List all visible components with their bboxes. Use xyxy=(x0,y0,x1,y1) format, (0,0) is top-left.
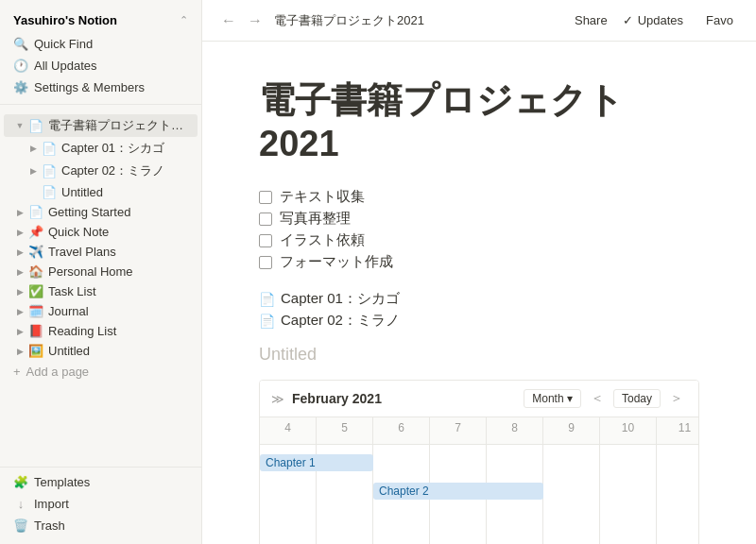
toggle-icon: ▶ xyxy=(26,142,40,155)
page-label: Getting Started xyxy=(48,205,188,219)
doc-icon: 📄 xyxy=(259,314,275,329)
page-icon: 📄 xyxy=(42,142,57,156)
sidebar-item-travel-plans[interactable]: ▶ ✈️ Travel Plans xyxy=(4,242,198,262)
cal-event-0[interactable]: Chapter 1 xyxy=(260,454,373,471)
page-icon: 📄 xyxy=(42,164,57,178)
cal-events-row: Chapter 1Chapter 2Chapter 3 xyxy=(260,445,698,544)
sidebar-section: ▼ 📄 電子書籍プロジェクト2... ▶ 📄 Capter 01：シカゴ ▶ 📄… xyxy=(0,114,201,361)
cal-header: ≫ February 2021 Month ▾ ＜ Today ＞ xyxy=(260,381,698,417)
page-icon: 📕 xyxy=(28,324,43,338)
cal-date-11: 11 xyxy=(657,417,698,444)
cal-today-button[interactable]: Today xyxy=(613,389,661,408)
sidebar-all-updates[interactable]: 🕐 All Updates xyxy=(4,55,198,76)
cal-next-button[interactable]: ＞ xyxy=(666,388,687,409)
sidebar-settings[interactable]: ⚙️ Settings & Members xyxy=(4,76,198,98)
forward-button[interactable]: → xyxy=(244,10,266,31)
cal-col-6 xyxy=(600,445,657,544)
sidebar-item-untitled1[interactable]: ▶ 📄 Untitled xyxy=(4,182,198,202)
share-button[interactable]: Share xyxy=(567,9,615,31)
updates-button[interactable]: ✓ Updates xyxy=(623,9,691,31)
cal-date-7: 7 xyxy=(430,417,487,444)
sidebar-item-capter02[interactable]: ▶ 📄 Capter 02：ミラノ xyxy=(4,160,198,182)
sidebar-item-personal-home[interactable]: ▶ 🏠 Personal Home xyxy=(4,262,198,281)
page-icon: ✈️ xyxy=(28,245,43,259)
page-label: Reading List xyxy=(48,324,188,338)
toggle-icon: ▶ xyxy=(13,345,26,358)
toggle-icon: ▶ xyxy=(26,164,40,178)
cal-prev-button[interactable]: ＜ xyxy=(587,388,608,409)
sidebar-item-untitled2[interactable]: ▶ 🖼️ Untitled xyxy=(4,341,198,361)
untitled-label: Untitled xyxy=(259,345,699,365)
sidebar-item-task-list[interactable]: ▶ ✅ Task List xyxy=(4,281,198,301)
checkbox-2[interactable] xyxy=(259,234,272,247)
cal-event-1[interactable]: Chapter 2 xyxy=(373,483,543,500)
page-label: Journal xyxy=(48,304,188,318)
page-link-1[interactable]: 📄 Capter 02：ミラノ xyxy=(259,312,699,330)
checkbox-0[interactable] xyxy=(259,191,272,204)
check-item-2: イラスト依頼 xyxy=(259,231,699,249)
page-label: Capter 01：シカゴ xyxy=(61,140,188,157)
add-page-button[interactable]: + Add a page xyxy=(4,361,198,382)
sidebar-item-reading-list[interactable]: ▶ 📕 Reading List xyxy=(4,321,198,341)
sidebar-import[interactable]: ↓ Import xyxy=(4,493,198,515)
breadcrumb: 電子書籍プロジェクト2021 xyxy=(274,12,559,29)
cal-col-5 xyxy=(543,445,600,544)
sidebar-item-quick-note[interactable]: ▶ 📌 Quick Note xyxy=(4,222,198,242)
cal-month-button[interactable]: Month ▾ xyxy=(524,389,581,408)
sidebar-user[interactable]: Yasuhiro's Notion ⌃ xyxy=(4,8,198,33)
link-label-0: Capter 01：シカゴ xyxy=(281,290,400,308)
toggle-icon: ▶ xyxy=(13,246,26,259)
page-title: 電子書籍プロジェクト2021 xyxy=(259,79,699,165)
check-label-3: フォーマット作成 xyxy=(280,253,393,271)
sidebar-templates[interactable]: 🧩 Templates xyxy=(4,471,198,493)
sidebar-trash[interactable]: 🗑️ Trash xyxy=(4,515,198,536)
page-label: Personal Home xyxy=(48,264,188,279)
cal-date-10: 10 xyxy=(600,417,657,444)
cal-month-title: February 2021 xyxy=(292,391,516,406)
main: ← → 電子書籍プロジェクト2021 Share ✓ Updates Favo … xyxy=(202,0,756,544)
page-icon: 🖼️ xyxy=(28,344,43,358)
sidebar-bottom: 🧩 Templates ↓ Import 🗑️ Trash xyxy=(0,467,201,544)
gear-icon: ⚙️ xyxy=(13,80,28,94)
import-icon: ↓ xyxy=(13,497,28,511)
page-link-0[interactable]: 📄 Capter 01：シカゴ xyxy=(259,290,699,308)
toggle-icon: ▶ xyxy=(13,265,26,279)
updates-label[interactable]: Updates xyxy=(636,9,691,31)
sidebar-item-capter01[interactable]: ▶ 📄 Capter 01：シカゴ xyxy=(4,137,198,160)
page-icon: 📄 xyxy=(28,205,43,219)
sidebar-user-name: Yasuhiro's Notion xyxy=(13,13,176,27)
page-icon: 🗓️ xyxy=(28,304,43,318)
toggle-icon: ▼ xyxy=(13,119,26,132)
cal-col-7 xyxy=(657,445,698,544)
doc-icon: 📄 xyxy=(259,292,275,307)
sidebar-quick-find[interactable]: 🔍 Quick Find xyxy=(4,33,198,55)
toggle-icon: ▶ xyxy=(13,305,26,318)
checkbox-1[interactable] xyxy=(259,212,272,226)
page-label: Travel Plans xyxy=(48,245,188,259)
cal-body: Chapter 1Chapter 2Chapter 3 xyxy=(260,445,698,544)
page-label: Capter 02：ミラノ xyxy=(61,162,188,179)
plus-icon: + xyxy=(13,365,21,379)
dropdown-icon: ▾ xyxy=(567,392,573,405)
calendar: ≫ February 2021 Month ▾ ＜ Today ＞ 456789… xyxy=(259,380,699,544)
sidebar-item-journal[interactable]: ▶ 🗓️ Journal xyxy=(4,301,198,321)
link-label-1: Capter 02：ミラノ xyxy=(281,312,400,330)
check-label-1: 写真再整理 xyxy=(280,210,351,228)
page-label: Quick Note xyxy=(48,225,188,239)
back-button[interactable]: ← xyxy=(217,10,240,31)
sidebar-top: Yasuhiro's Notion ⌃ 🔍 Quick Find 🕐 All U… xyxy=(0,0,201,114)
check-icon: ✓ xyxy=(623,13,633,27)
toggle-icon: ▶ xyxy=(13,325,26,338)
page-icon: ✅ xyxy=(28,284,43,298)
cal-expand-icon[interactable]: ≫ xyxy=(271,392,284,406)
favo-button[interactable]: Favo xyxy=(698,9,741,31)
clock-icon: 🕐 xyxy=(13,59,28,73)
sidebar-item-getting-started[interactable]: ▶ 📄 Getting Started xyxy=(4,202,198,222)
page-icon: 📌 xyxy=(28,225,43,239)
topbar-nav: ← → xyxy=(217,10,266,31)
checkbox-3[interactable] xyxy=(259,256,272,269)
check-label-0: テキスト収集 xyxy=(280,188,365,206)
sidebar-item-root[interactable]: ▼ 📄 電子書籍プロジェクト2... xyxy=(4,114,198,137)
cal-date-6: 6 xyxy=(373,417,430,444)
search-icon: 🔍 xyxy=(13,37,28,51)
